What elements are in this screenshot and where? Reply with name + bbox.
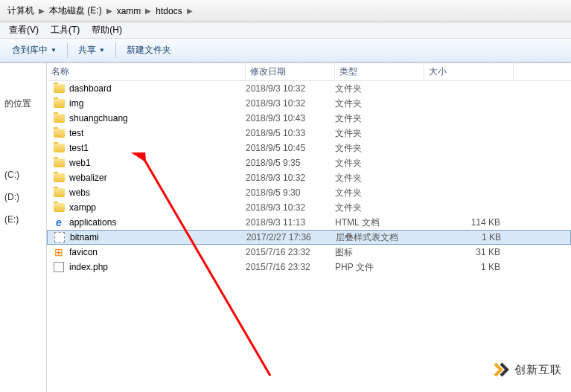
ie-icon (53, 216, 65, 228)
sidebar-item[interactable] (3, 68, 43, 80)
file-date: 2015/7/16 23:32 (246, 247, 335, 257)
chevron-right-icon[interactable]: ▶ (145, 7, 151, 15)
file-date: 2018/9/3 10:32 (246, 202, 335, 213)
file-row[interactable]: shuangchuang2018/9/3 10:43文件夹 (47, 111, 571, 126)
watermark-logo-icon (492, 361, 510, 379)
breadcrumb-item[interactable]: 本地磁盘 (E:) (46, 3, 105, 19)
menu-bar: 查看(V) 工具(T) 帮助(H) (0, 22, 571, 39)
folder-icon (53, 172, 65, 184)
file-row[interactable]: test2018/9/5 10:33文件夹 (47, 126, 571, 141)
file-size: 114 KB (424, 217, 514, 228)
share-button[interactable]: 共享▼ (72, 42, 111, 59)
sidebar-item[interactable]: (D:) (3, 186, 43, 208)
file-name: webalizer (69, 173, 107, 183)
file-type: 图标 (335, 246, 424, 259)
file-date: 2018/9/5 10:33 (246, 128, 335, 138)
file-name: web1 (69, 158, 91, 168)
chevron-down-icon: ▼ (51, 47, 57, 54)
file-date: 2018/9/5 9:30 (246, 187, 335, 198)
column-size[interactable]: 大小 (424, 63, 514, 80)
separator (67, 43, 68, 58)
breadcrumb-item[interactable]: xamm (114, 3, 144, 19)
file-row[interactable]: index.php2015/7/16 23:32PHP 文件1 KB (47, 260, 571, 274)
file-date: 2018/9/3 11:13 (246, 217, 335, 228)
file-name: xampp (69, 202, 96, 213)
file-type: 文件夹 (335, 127, 424, 140)
file-row[interactable]: favicon2015/7/16 23:32图标31 KB (47, 245, 571, 260)
file-type: PHP 文件 (335, 261, 424, 274)
file-name: shuangchuang (69, 113, 128, 123)
file-date: 2018/9/5 9:35 (246, 158, 335, 168)
file-date: 2017/2/27 17:36 (246, 232, 336, 242)
file-name: webs (69, 187, 90, 198)
file-row[interactable]: img2018/9/3 10:32文件夹 (47, 96, 571, 111)
column-headers: 名称 修改日期 类型 大小 (47, 63, 571, 81)
file-name: applications (69, 217, 116, 228)
file-row[interactable]: xampp2018/9/3 10:32文件夹 (47, 200, 571, 215)
folder-icon (53, 112, 65, 124)
folder-icon (53, 142, 65, 154)
sidebar-item[interactable] (3, 116, 43, 128)
menu-help[interactable]: 帮助(H) (86, 22, 128, 38)
file-row[interactable]: dashboard2018/9/3 10:32文件夹 (47, 81, 571, 96)
file-date: 2018/9/3 10:32 (246, 173, 335, 183)
file-type: 文件夹 (335, 112, 424, 125)
menu-tools[interactable]: 工具(T) (45, 22, 86, 38)
watermark-text: 创新互联 (514, 363, 562, 377)
file-name: test1 (69, 143, 89, 153)
file-row[interactable]: webalizer2018/9/3 10:32文件夹 (47, 170, 571, 185)
column-type[interactable]: 类型 (335, 63, 424, 80)
php-icon (53, 261, 65, 273)
file-type: 层叠样式表文档 (336, 231, 425, 244)
file-size: 1 KB (424, 262, 514, 272)
file-type: HTML 文档 (335, 216, 424, 229)
file-type: 文件夹 (335, 97, 424, 110)
column-name[interactable]: 名称 (47, 63, 246, 80)
sidebar-item[interactable] (3, 152, 43, 164)
file-date: 2018/9/5 10:45 (246, 143, 335, 153)
file-row[interactable]: bitnami2017/2/27 17:36层叠样式表文档1 KB (47, 230, 571, 245)
file-row[interactable]: webs2018/9/5 9:30文件夹 (47, 185, 571, 200)
watermark: 创新互联 (492, 361, 562, 379)
sidebar-item[interactable]: 的位置 (3, 91, 43, 116)
file-type: 文件夹 (335, 157, 424, 170)
chevron-right-icon[interactable]: ▶ (39, 7, 45, 15)
file-type: 文件夹 (335, 142, 424, 155)
column-date[interactable]: 修改日期 (246, 63, 335, 80)
separator (115, 43, 116, 58)
chevron-right-icon[interactable]: ▶ (106, 7, 112, 15)
sidebar-item[interactable]: (C:) (3, 164, 43, 186)
address-bar: 计算机 ▶ 本地磁盘 (E:) ▶ xamm ▶ htdocs ▶ (0, 0, 571, 22)
menu-view[interactable]: 查看(V) (3, 22, 45, 38)
include-in-library-button[interactable]: 含到库中▼ (6, 42, 63, 59)
sidebar-item[interactable] (3, 128, 43, 140)
sidebar: 的位置 (C:) (D:) (E:) (0, 62, 47, 392)
sidebar-item[interactable]: (E:) (3, 208, 43, 231)
file-row[interactable]: test12018/9/5 10:45文件夹 (47, 141, 571, 155)
file-name: img (69, 98, 83, 109)
file-name: favicon (69, 247, 98, 257)
folder-icon (53, 127, 65, 139)
chevron-right-icon[interactable]: ▶ (187, 7, 193, 15)
fav-icon (53, 246, 65, 258)
breadcrumb-item[interactable]: htdocs (153, 3, 185, 19)
sidebar-item[interactable] (3, 140, 43, 152)
toolbar: 含到库中▼ 共享▼ 新建文件夹 (0, 39, 571, 62)
file-list: 名称 修改日期 类型 大小 dashboard2018/9/3 10:32文件夹… (47, 62, 571, 392)
css-icon (54, 231, 66, 243)
file-size: 31 KB (424, 247, 514, 257)
file-name: test (69, 128, 83, 138)
file-name: index.php (69, 262, 108, 272)
file-row[interactable]: applications2018/9/3 11:13HTML 文档114 KB (47, 215, 571, 230)
file-row[interactable]: web12018/9/5 9:35文件夹 (47, 155, 571, 170)
breadcrumb-item[interactable]: 计算机 (4, 3, 37, 19)
file-size: 1 KB (425, 232, 514, 242)
new-folder-button[interactable]: 新建文件夹 (121, 42, 177, 59)
file-date: 2018/9/3 10:32 (246, 98, 335, 109)
folder-icon (53, 187, 65, 199)
file-type: 文件夹 (335, 187, 424, 199)
folder-icon (53, 83, 65, 94)
sidebar-item[interactable] (3, 80, 43, 91)
folder-icon (53, 202, 65, 213)
file-date: 2018/9/3 10:32 (246, 83, 335, 94)
